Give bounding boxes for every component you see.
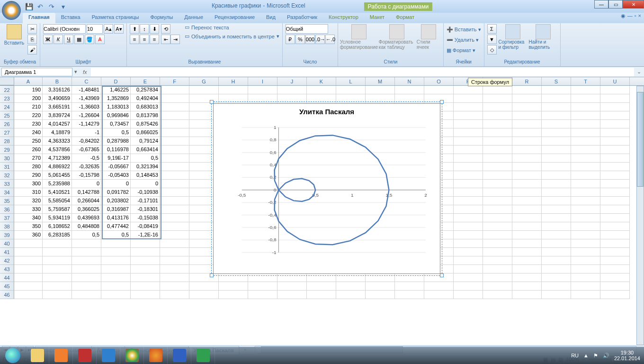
cell[interactable] bbox=[248, 291, 277, 299]
cell[interactable] bbox=[160, 128, 189, 137]
cell[interactable] bbox=[512, 120, 542, 128]
cell[interactable] bbox=[483, 111, 512, 120]
cell[interactable]: -0,05403 bbox=[101, 171, 131, 180]
cell[interactable]: -0,08419 bbox=[131, 222, 160, 231]
cell[interactable] bbox=[542, 273, 571, 282]
cell[interactable]: -1,48481 bbox=[72, 86, 101, 94]
fill-color-icon[interactable]: 🪣 bbox=[85, 35, 94, 44]
cell[interactable] bbox=[512, 128, 542, 137]
cell[interactable] bbox=[248, 282, 277, 291]
cell[interactable] bbox=[483, 273, 512, 282]
cell[interactable]: 3,316126 bbox=[43, 86, 72, 94]
cell[interactable] bbox=[160, 282, 189, 291]
cell[interactable]: 3,490659 bbox=[43, 94, 72, 103]
cell[interactable]: 0,5 bbox=[101, 231, 131, 239]
cell[interactable] bbox=[483, 222, 512, 231]
copy-icon[interactable]: ⎘ bbox=[27, 35, 37, 44]
cell[interactable]: 230 bbox=[14, 120, 43, 128]
cell[interactable] bbox=[131, 282, 160, 291]
cell[interactable]: 0,091782 bbox=[101, 188, 131, 197]
cell[interactable] bbox=[542, 205, 571, 214]
cell[interactable] bbox=[600, 248, 630, 256]
delete-cells-button[interactable]: ➖Удалить▾ bbox=[447, 35, 481, 45]
column-header[interactable]: T bbox=[571, 77, 600, 85]
align-top-icon[interactable]: ⬆ bbox=[130, 24, 139, 34]
qat-dropdown-icon[interactable]: ▾ bbox=[58, 1, 68, 12]
cell[interactable] bbox=[424, 282, 454, 291]
ribbon-tab-Макет[interactable]: Макет bbox=[364, 13, 390, 23]
cell[interactable] bbox=[131, 273, 160, 282]
comma-icon[interactable]: 000 bbox=[305, 35, 315, 44]
cell[interactable]: 0,663414 bbox=[131, 146, 160, 154]
cell[interactable] bbox=[512, 180, 542, 188]
cell[interactable] bbox=[454, 239, 483, 248]
row-header[interactable]: 27 bbox=[0, 128, 14, 137]
column-header[interactable]: J bbox=[277, 77, 307, 85]
cell[interactable]: -0,5 bbox=[72, 154, 101, 163]
cell[interactable] bbox=[277, 291, 307, 299]
doc-restore-icon[interactable]: ▫ bbox=[635, 13, 636, 19]
cell[interactable] bbox=[43, 265, 72, 273]
ribbon-tab-Вставка[interactable]: Вставка bbox=[55, 13, 86, 23]
row-header[interactable]: 38 bbox=[0, 222, 14, 231]
cell[interactable] bbox=[512, 273, 542, 282]
cell[interactable] bbox=[600, 265, 630, 273]
vertical-scrollbar[interactable] bbox=[636, 86, 644, 345]
cell[interactable]: 0,287988 bbox=[101, 137, 131, 146]
redo-icon[interactable]: ↷ bbox=[46, 1, 57, 12]
cell[interactable] bbox=[160, 273, 189, 282]
cell[interactable] bbox=[454, 137, 483, 146]
cell[interactable] bbox=[483, 239, 512, 248]
cell[interactable] bbox=[542, 239, 571, 248]
row-header[interactable]: 31 bbox=[0, 163, 14, 171]
cell[interactable] bbox=[72, 282, 101, 291]
cell[interactable] bbox=[571, 256, 600, 265]
grow-font-icon[interactable]: A▴ bbox=[104, 24, 113, 34]
insert-cells-button[interactable]: ➕Вставить▾ bbox=[447, 24, 481, 35]
cell[interactable]: 0,492404 bbox=[131, 94, 160, 103]
cell[interactable] bbox=[131, 248, 160, 256]
cell[interactable] bbox=[483, 291, 512, 299]
paste-button[interactable]: Вставить bbox=[3, 24, 26, 46]
cell[interactable] bbox=[160, 222, 189, 231]
cell[interactable] bbox=[101, 273, 131, 282]
cell[interactable] bbox=[366, 291, 395, 299]
cell[interactable]: 0,413176 bbox=[101, 214, 131, 222]
font-name-select[interactable] bbox=[43, 24, 86, 34]
minimize-button[interactable]: — bbox=[594, 0, 608, 9]
cell[interactable] bbox=[483, 197, 512, 205]
cell[interactable] bbox=[483, 103, 512, 111]
cell[interactable] bbox=[43, 256, 72, 265]
cell[interactable] bbox=[600, 86, 630, 94]
cell[interactable] bbox=[512, 291, 542, 299]
cell[interactable]: -0,84202 bbox=[72, 137, 101, 146]
cell[interactable]: 0 bbox=[101, 180, 131, 188]
row-header[interactable]: 24 bbox=[0, 103, 14, 111]
cell[interactable] bbox=[160, 256, 189, 265]
cell[interactable] bbox=[571, 111, 600, 120]
row-header[interactable]: 42 bbox=[0, 256, 14, 265]
align-middle-icon[interactable]: ↕ bbox=[140, 24, 149, 34]
cell[interactable] bbox=[512, 137, 542, 146]
cell[interactable] bbox=[571, 146, 600, 154]
cell[interactable] bbox=[454, 154, 483, 163]
cell[interactable]: -1 bbox=[72, 128, 101, 137]
cell[interactable] bbox=[43, 239, 72, 248]
ribbon-tab-Разработчик[interactable]: Разработчик bbox=[281, 13, 323, 23]
cell[interactable]: 350 bbox=[14, 222, 43, 231]
cell[interactable] bbox=[395, 86, 424, 94]
percent-icon[interactable]: % bbox=[295, 35, 305, 44]
cell[interactable]: 4,18879 bbox=[43, 128, 72, 137]
cell[interactable]: 5,410521 bbox=[43, 188, 72, 197]
row-header[interactable]: 45 bbox=[0, 282, 14, 291]
cell[interactable]: -1,43969 bbox=[72, 94, 101, 103]
cell[interactable] bbox=[512, 163, 542, 171]
cell[interactable] bbox=[14, 273, 43, 282]
cell[interactable] bbox=[571, 197, 600, 205]
cell[interactable] bbox=[454, 291, 483, 299]
align-bottom-icon[interactable]: ⬇ bbox=[150, 24, 159, 34]
cell[interactable] bbox=[454, 265, 483, 273]
cell[interactable] bbox=[571, 291, 600, 299]
cell[interactable] bbox=[512, 188, 542, 197]
format-cells-button[interactable]: ▦Формат▾ bbox=[447, 45, 481, 55]
